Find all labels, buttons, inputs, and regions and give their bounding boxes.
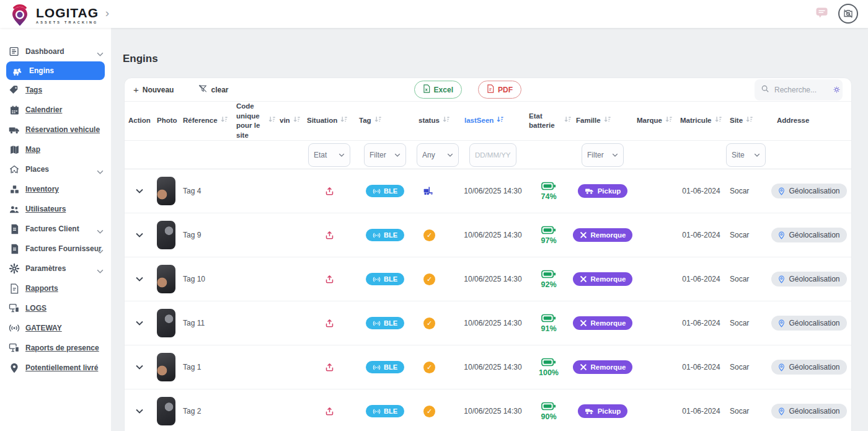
pickup-truck-icon	[585, 187, 594, 195]
sidebar-item-potentiellement-livre[interactable]: Potentiellement livré	[0, 358, 111, 378]
column-header-tag[interactable]: Tag	[355, 102, 415, 140]
row-photo[interactable]	[157, 353, 175, 381]
upload-icon[interactable]	[324, 362, 335, 373]
sort-icon[interactable]	[220, 115, 228, 127]
sidebar-item-factures-fournisseur[interactable]: Factures Fournisseur	[0, 239, 111, 259]
sort-icon[interactable]	[564, 115, 572, 127]
column-header-reference[interactable]: Réference	[179, 102, 232, 140]
sort-icon[interactable]	[442, 115, 450, 127]
sort-icon[interactable]	[496, 115, 504, 127]
row-battery: 97%	[525, 226, 572, 245]
column-header-matricule[interactable]: Matricule	[676, 102, 726, 140]
row-expand-chevron-icon[interactable]	[133, 406, 146, 416]
sidebar-collapse-chevron-icon[interactable]: ›	[100, 5, 114, 21]
column-header-vin[interactable]: vin	[276, 102, 303, 140]
row-expand-chevron-icon[interactable]	[133, 274, 146, 284]
sidebar-item-label: Factures Client	[25, 224, 79, 233]
search-input[interactable]	[774, 86, 828, 94]
sort-icon[interactable]	[340, 115, 348, 127]
row-photo[interactable]	[157, 221, 175, 249]
upload-icon[interactable]	[324, 406, 335, 417]
column-header-status[interactable]: status	[415, 102, 461, 140]
chevron-down-icon	[97, 166, 104, 177]
column-header-site[interactable]: Site	[726, 102, 766, 140]
clear-filters-button[interactable]: clear	[198, 84, 228, 95]
sidebar-item-inventory[interactable]: Inventory	[0, 179, 111, 199]
row-photo[interactable]	[157, 309, 175, 337]
sidebar-item-label: Utilisateurs	[25, 205, 66, 213]
column-header-code-unique[interactable]: Code unique pour le site	[232, 102, 276, 140]
row-matricule: 01-06-2024	[676, 319, 726, 327]
chevron-down-icon	[97, 245, 104, 256]
sort-icon[interactable]	[714, 115, 722, 127]
row-lastseen: 10/06/2025 14:30	[461, 187, 525, 195]
chat-icon[interactable]	[815, 7, 828, 20]
famille-badge: Remorque	[573, 272, 633, 286]
situation-filter-select[interactable]: Etat	[308, 143, 350, 167]
upload-icon[interactable]	[324, 274, 335, 285]
column-header-situation[interactable]: Situation	[303, 102, 355, 140]
geolocalisation-button[interactable]: Géolocalisation	[771, 184, 846, 198]
site-filter-select[interactable]: Site	[726, 143, 766, 167]
sidebar-item-rapports[interactable]: Rapports	[0, 278, 111, 298]
sort-icon[interactable]	[745, 115, 753, 127]
sidebar-item-tags[interactable]: Tags	[0, 80, 111, 100]
sidebar-item-map[interactable]: Map	[0, 140, 111, 159]
status-filter-select[interactable]: Any	[417, 143, 459, 167]
sort-icon[interactable]	[603, 115, 611, 127]
pickup-truck-icon	[585, 407, 594, 415]
row-expand-chevron-icon[interactable]	[133, 318, 146, 328]
location-pin-icon	[778, 319, 785, 327]
export-pdf-button[interactable]: PDF	[478, 81, 521, 99]
column-header-famille[interactable]: Famille	[572, 102, 633, 140]
sidebar-item-calendrier[interactable]: Calendrier	[0, 100, 111, 120]
table-toolbar: + Nouveau clear Excel PDF	[125, 78, 851, 101]
lastseen-date-filter-input[interactable]	[469, 143, 516, 167]
sidebar-item-raports-de-presence[interactable]: Raports de presence	[0, 338, 111, 358]
export-excel-button[interactable]: Excel	[414, 81, 462, 99]
chevron-down-icon	[754, 153, 760, 157]
sort-icon[interactable]	[374, 115, 382, 127]
sidebar-item-utilisateurs[interactable]: Utilisateurs	[0, 199, 111, 219]
nouveau-button[interactable]: + Nouveau	[133, 84, 174, 95]
column-header-lastseen[interactable]: lastSeen	[461, 102, 525, 140]
geolocalisation-button[interactable]: Géolocalisation	[771, 316, 846, 331]
sidebar-item-dashboard[interactable]: Dashboard	[0, 42, 111, 61]
geolocalisation-button[interactable]: Géolocalisation	[771, 228, 846, 242]
sidebar-item-engins[interactable]: Engins	[6, 61, 105, 80]
sidebar-item-parametres[interactable]: Paramètres	[0, 259, 111, 278]
upload-icon[interactable]	[324, 230, 335, 241]
sort-icon[interactable]	[665, 115, 673, 127]
sort-icon[interactable]	[293, 115, 301, 127]
row-expand-chevron-icon[interactable]	[133, 362, 146, 372]
sidebar-item-places[interactable]: Places	[0, 159, 111, 179]
sidebar-item-logs[interactable]: LOGS	[0, 298, 111, 318]
geolocalisation-button[interactable]: Géolocalisation	[771, 360, 846, 375]
row-expand-chevron-icon[interactable]	[133, 230, 146, 240]
geolocalisation-button[interactable]: Géolocalisation	[771, 272, 846, 287]
famille-badge: Remorque	[573, 360, 633, 374]
upload-icon[interactable]	[324, 318, 335, 329]
row-reference: Tag 10	[179, 275, 232, 283]
brand-name: LOGITAG	[36, 6, 99, 19]
sort-icon[interactable]	[268, 115, 276, 127]
geolocalisation-button[interactable]: Géolocalisation	[771, 404, 846, 419]
upload-icon[interactable]	[324, 186, 335, 197]
sidebar-item-factures-client[interactable]: Factures Client	[0, 219, 111, 239]
row-photo[interactable]	[157, 397, 175, 425]
famille-filter-select[interactable]: Filter	[582, 143, 624, 167]
row-expand-chevron-icon[interactable]	[133, 186, 146, 196]
status-check-icon: ✓	[423, 273, 435, 285]
avatar-camera-off-icon[interactable]	[838, 4, 858, 24]
tag-filter-select[interactable]: Filter	[364, 143, 406, 167]
sidebar-item-gateway[interactable]: GATEWAY	[0, 318, 111, 338]
table-header-row: Action Photo Réference Code unique pour …	[125, 101, 851, 141]
status-check-icon: ✓	[423, 229, 435, 241]
sidebar-item-reservation-vehicule[interactable]: Réservation vehicule	[0, 120, 111, 140]
row-lastseen: 10/06/2025 14:30	[461, 275, 525, 283]
row-photo[interactable]	[157, 177, 175, 205]
row-photo[interactable]	[157, 265, 175, 293]
column-header-etat-batterie[interactable]: Etat batterie	[525, 102, 572, 140]
column-header-marque[interactable]: Marque	[633, 102, 676, 140]
search-settings-gear-icon[interactable]	[833, 86, 841, 94]
